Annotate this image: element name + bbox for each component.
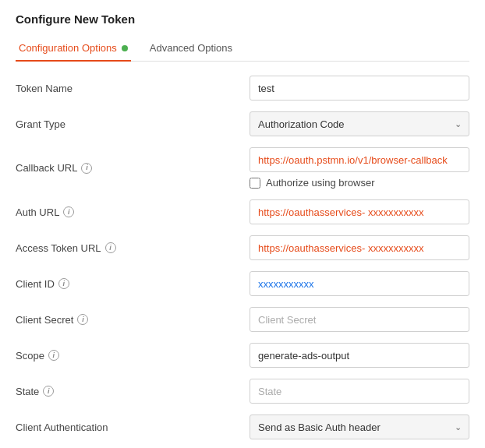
token-name-control bbox=[250, 76, 469, 101]
token-name-input[interactable] bbox=[250, 76, 469, 101]
client-secret-control bbox=[250, 307, 469, 332]
scope-label: Scope i bbox=[16, 350, 250, 362]
auth-url-info-icon[interactable]: i bbox=[63, 206, 74, 217]
access-token-url-label: Access Token URL i bbox=[16, 242, 250, 254]
access-token-url-input[interactable] bbox=[250, 235, 469, 260]
client-secret-info-icon[interactable]: i bbox=[77, 314, 88, 325]
callback-url-label: Callback URL i bbox=[16, 162, 250, 174]
grant-type-control: Authorization Code Implicit Password Cre… bbox=[250, 111, 469, 136]
callback-url-info-icon[interactable]: i bbox=[81, 163, 92, 174]
state-info-icon[interactable]: i bbox=[43, 386, 54, 397]
client-secret-label: Client Secret i bbox=[16, 314, 250, 326]
state-control bbox=[250, 379, 469, 404]
access-token-url-control bbox=[250, 235, 469, 260]
state-row: State i bbox=[16, 379, 469, 404]
grant-type-label: Grant Type bbox=[16, 118, 250, 130]
auth-url-input[interactable] bbox=[250, 199, 469, 224]
authorize-browser-row: Authorize using browser bbox=[250, 177, 469, 189]
callback-url-row: Callback URL i Authorize using browser bbox=[16, 147, 469, 189]
scope-control bbox=[250, 343, 469, 368]
state-input[interactable] bbox=[250, 379, 469, 404]
scope-info-icon[interactable]: i bbox=[48, 350, 59, 361]
tab-advanced[interactable]: Advanced Options bbox=[147, 36, 235, 62]
client-secret-input[interactable] bbox=[250, 307, 469, 332]
client-auth-label: Client Authentication bbox=[16, 422, 250, 433]
state-label: State i bbox=[16, 386, 250, 397]
client-id-control bbox=[250, 271, 469, 296]
client-id-label: Client ID i bbox=[16, 278, 250, 290]
client-auth-select[interactable]: Send as Basic Auth header Send as Body bbox=[250, 414, 469, 439]
scope-row: Scope i bbox=[16, 343, 469, 368]
grant-type-select[interactable]: Authorization Code Implicit Password Cre… bbox=[250, 111, 469, 136]
token-name-row: Token Name bbox=[16, 76, 469, 101]
tab-advanced-label: Advanced Options bbox=[150, 42, 232, 54]
authorize-browser-checkbox[interactable] bbox=[250, 178, 260, 189]
config-status-dot bbox=[122, 45, 128, 51]
client-id-info-icon[interactable]: i bbox=[58, 278, 69, 289]
client-auth-control: Send as Basic Auth header Send as Body ⌄ bbox=[250, 414, 469, 439]
callback-url-control: Authorize using browser bbox=[250, 147, 469, 189]
client-id-input[interactable] bbox=[250, 271, 469, 296]
auth-url-control bbox=[250, 199, 469, 224]
tab-configuration[interactable]: Configuration Options bbox=[16, 36, 131, 62]
client-id-row: Client ID i bbox=[16, 271, 469, 296]
page-title: Configure New Token bbox=[16, 12, 469, 26]
client-auth-row: Client Authentication Send as Basic Auth… bbox=[16, 414, 469, 439]
client-secret-row: Client Secret i bbox=[16, 307, 469, 332]
auth-url-label: Auth URL i bbox=[16, 206, 250, 218]
token-name-label: Token Name bbox=[16, 83, 250, 94]
scope-input[interactable] bbox=[250, 343, 469, 368]
access-token-url-info-icon[interactable]: i bbox=[105, 242, 116, 253]
grant-type-select-wrap: Authorization Code Implicit Password Cre… bbox=[250, 111, 469, 136]
authorize-browser-label: Authorize using browser bbox=[266, 177, 374, 189]
tabs-container: Configuration Options Advanced Options bbox=[16, 35, 469, 62]
grant-type-row: Grant Type Authorization Code Implicit P… bbox=[16, 111, 469, 136]
client-auth-select-wrap: Send as Basic Auth header Send as Body ⌄ bbox=[250, 414, 469, 439]
callback-url-input[interactable] bbox=[250, 147, 469, 172]
tab-configuration-label: Configuration Options bbox=[19, 42, 117, 54]
access-token-url-row: Access Token URL i bbox=[16, 235, 469, 260]
auth-url-row: Auth URL i bbox=[16, 199, 469, 224]
